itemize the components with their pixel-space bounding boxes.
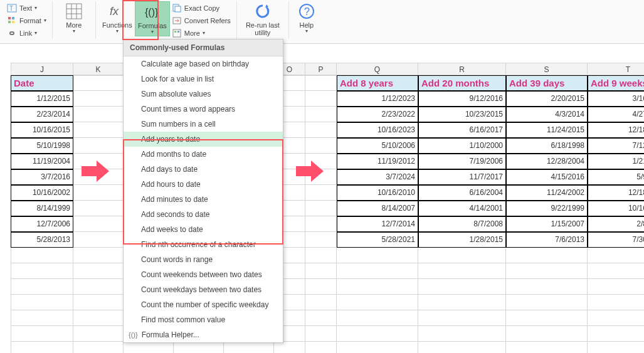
cell[interactable] [305,232,337,248]
cell[interactable]: 1/12/2015 [11,91,73,107]
cell[interactable]: 12/7/2014 [337,216,418,232]
cell[interactable]: 6/16/2004 [418,185,506,201]
cell[interactable] [418,263,506,279]
cell[interactable]: 10/16/2002 [11,185,73,201]
cell[interactable] [418,279,506,295]
cell[interactable]: 8/7/2008 [418,216,506,232]
cell[interactable] [11,326,73,342]
cell[interactable] [124,342,174,353]
cell[interactable] [418,326,506,342]
cell[interactable] [73,138,124,154]
cell[interactable]: 9/22/1999 [506,201,588,216]
cell[interactable]: 2/23/2014 [11,107,73,122]
cell[interactable] [11,295,73,310]
dropdown-item[interactable]: Add minutes to date [124,192,283,207]
help-button[interactable]: ? Help▾ [293,1,320,35]
cell[interactable]: 12/7/2006 [11,216,73,232]
dropdown-item[interactable]: Add days to date [124,162,283,177]
cell[interactable]: 5/10/2006 [337,138,418,154]
dropdown-item[interactable]: Calculate age based on birthday [124,56,283,71]
cell[interactable] [305,216,337,232]
cell[interactable]: 1/28/2015 [418,232,506,248]
cell[interactable]: 11/19/2004 [11,154,73,169]
column-header[interactable]: R [418,63,506,75]
dropdown-item[interactable]: Sum absolute values [124,87,283,102]
cell[interactable] [305,326,337,342]
column-header[interactable]: S [506,63,588,75]
cell[interactable]: 12/18/2002 [588,185,644,201]
column-header[interactable]: Q [337,63,418,75]
cell[interactable] [337,326,418,342]
cell[interactable]: 7/6/2013 [506,232,588,248]
cell[interactable]: 5/10/1998 [11,138,73,154]
cell[interactable]: Add 9 weeks [588,75,644,91]
cell[interactable]: 4/15/2016 [506,169,588,185]
more1-button[interactable]: More▾ [56,1,92,35]
cell[interactable] [305,122,337,138]
cell[interactable] [11,342,73,353]
cell[interactable] [506,279,588,295]
cell[interactable] [11,279,73,295]
cell[interactable]: 7/12/1998 [588,138,644,154]
cell[interactable] [73,75,124,91]
cell[interactable] [337,263,418,279]
cell[interactable] [588,310,644,326]
cell[interactable]: 6/16/2017 [418,122,506,138]
cell[interactable]: 12/18/2015 [588,122,644,138]
cell[interactable] [506,263,588,279]
cell[interactable] [11,248,73,263]
cell[interactable] [588,263,644,279]
cell[interactable] [73,107,124,122]
cell[interactable]: 8/14/1999 [11,201,73,216]
cell[interactable]: 2/20/2015 [506,91,588,107]
cell[interactable] [337,310,418,326]
cell[interactable] [305,201,337,216]
dropdown-item[interactable]: Look for a value in list [124,71,283,87]
cell[interactable]: 12/28/2004 [506,154,588,169]
dropdown-item[interactable]: Find nth occurrence of a character [124,237,283,252]
dropdown-item[interactable]: Count weekends between two dates [124,267,283,282]
column-header[interactable]: T [588,63,644,75]
cell[interactable]: 4/14/2001 [418,201,506,216]
cell[interactable] [506,342,588,353]
cell[interactable] [337,342,418,353]
cell[interactable]: 1/15/2007 [506,216,588,232]
cell[interactable] [305,310,337,326]
cell[interactable] [418,248,506,263]
exact-copy-button[interactable]: Exact Copy [170,3,233,14]
cell[interactable]: 10/16/2010 [337,185,418,201]
cell[interactable] [73,122,124,138]
dropdown-item[interactable]: Add seconds to date [124,207,283,222]
column-header[interactable]: J [11,63,73,75]
cell[interactable]: Add 8 years [337,75,418,91]
column-header[interactable]: P [305,63,337,75]
cell[interactable] [418,342,506,353]
cell[interactable] [11,263,73,279]
cell[interactable] [305,107,337,122]
dropdown-item[interactable]: Count weekdays between two dates [124,282,283,297]
cell[interactable] [506,248,588,263]
cell[interactable] [305,263,337,279]
dropdown-item[interactable]: Add weeks to date [124,222,283,237]
dropdown-item[interactable]: Add hours to date [124,177,283,192]
cell[interactable] [73,248,124,263]
cell[interactable] [274,342,305,353]
cell[interactable]: 1/21/2005 [588,154,644,169]
cell[interactable]: 6/18/1998 [506,138,588,154]
cell[interactable]: 3/7/2016 [11,169,73,185]
column-header[interactable]: K [73,63,124,75]
cell[interactable] [73,310,124,326]
cell[interactable]: 1/12/2023 [337,91,418,107]
cell[interactable] [305,91,337,107]
convert-refers-button[interactable]: Convert Refers [170,15,233,26]
cell[interactable] [73,279,124,295]
more2-button[interactable]: More▾ [170,28,233,39]
functions-button[interactable]: fx Functions▾ [100,1,135,35]
cell[interactable] [305,248,337,263]
cell[interactable] [73,185,124,201]
cell[interactable] [588,248,644,263]
cell[interactable] [337,279,418,295]
cell[interactable]: 11/19/2012 [337,154,418,169]
link-button[interactable]: Link▾ [5,28,48,39]
cell[interactable] [305,279,337,295]
